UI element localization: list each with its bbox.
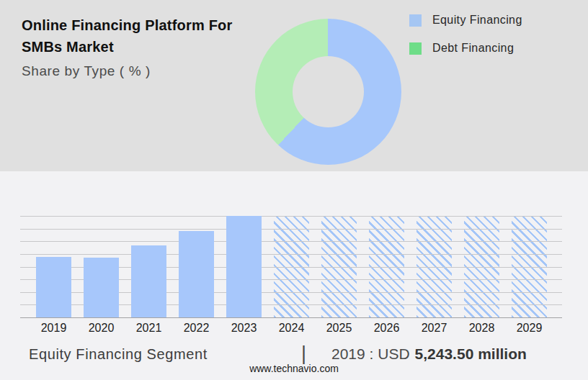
equity-swatch-icon <box>409 14 422 27</box>
x-tick-2020: 2020 <box>78 322 125 335</box>
gridline <box>20 254 562 255</box>
legend-label-equity: Equity Financing <box>432 14 522 27</box>
x-tick-2029: 2029 <box>506 322 553 335</box>
bar-chart-section: 2019202020212022202320242025202620272028… <box>0 171 588 380</box>
donut-hole <box>293 56 364 127</box>
bar-2021 <box>131 245 166 317</box>
legend-label-debt: Debt Financing <box>432 42 514 55</box>
x-axis-line <box>20 317 562 318</box>
bar-2019 <box>36 257 71 317</box>
x-tick-2024: 2024 <box>268 322 316 335</box>
market-value-line: 2019 : USD5,243.50 million <box>331 345 527 363</box>
header-section: Online Financing Platform For SMBs Marke… <box>0 0 588 171</box>
website-url: www.technavio.com <box>0 363 588 374</box>
x-tick-2023: 2023 <box>220 322 268 335</box>
chart-legend: Equity Financing Debt Financing <box>409 13 522 69</box>
value-amount: 5,243.50 million <box>415 345 527 362</box>
x-tick-2022: 2022 <box>173 322 220 335</box>
x-tick-2026: 2026 <box>363 322 411 335</box>
x-tick-2027: 2027 <box>411 322 458 335</box>
page-subtitle: Share by Type ( % ) <box>22 63 151 79</box>
debt-swatch-icon <box>409 42 422 55</box>
infographic-canvas: Online Financing Platform For SMBs Marke… <box>0 0 588 380</box>
bar-2023 <box>226 216 262 317</box>
bar-2022 <box>179 231 214 317</box>
gridline <box>20 229 562 230</box>
page-title-line1: Online Financing Platform For <box>22 14 267 36</box>
x-tick-2025: 2025 <box>316 322 363 335</box>
x-tick-2019: 2019 <box>30 322 78 335</box>
x-tick-2028: 2028 <box>458 322 506 335</box>
bar-2020 <box>84 258 119 317</box>
gridline <box>20 241 562 242</box>
gridline <box>20 216 562 217</box>
separator-bar: | <box>301 343 306 365</box>
legend-item-debt: Debt Financing <box>409 41 522 55</box>
page-title-line2: SMBs Market <box>22 36 267 58</box>
page-title: Online Financing Platform For SMBs Marke… <box>22 14 267 58</box>
donut-chart <box>255 19 401 165</box>
segment-label: Equity Financing Segment <box>29 346 208 363</box>
x-tick-2021: 2021 <box>125 322 173 335</box>
legend-item-equity: Equity Financing <box>409 13 522 27</box>
value-prefix: 2019 : USD <box>331 345 410 362</box>
